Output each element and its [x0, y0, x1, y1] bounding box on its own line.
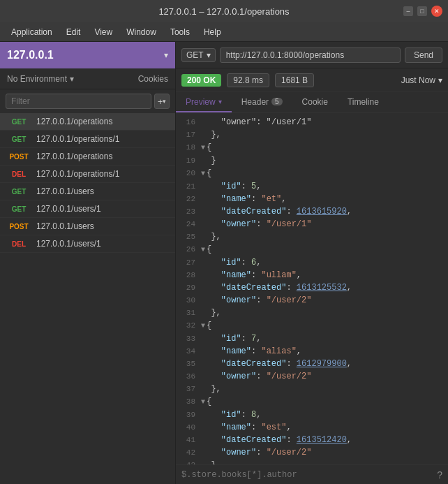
url-input[interactable] — [220, 47, 401, 63]
tab-header[interactable]: Header5 — [232, 92, 292, 112]
cookies-link[interactable]: Cookies — [138, 74, 168, 84]
menu-item-window[interactable]: Window — [121, 25, 162, 39]
collapse-arrow-icon[interactable]: ▼ — [201, 322, 205, 330]
maximize-button[interactable]: □ — [417, 6, 427, 16]
method-badge: DEL — [7, 240, 31, 249]
response-time: 92.8 ms — [227, 73, 269, 87]
line-content: "id": 8, — [201, 409, 448, 421]
line-number: 28 — [176, 269, 201, 281]
line-number: 37 — [176, 383, 201, 395]
line-content: ▼{ — [201, 395, 448, 409]
response-status-bar: 200 OK 92.8 ms 1681 B Just Now ▾ — [176, 68, 448, 92]
json-line: 40 "name": "est", — [176, 421, 448, 434]
timestamp-display[interactable]: Just Now ▾ — [401, 75, 442, 85]
sidebar-host-title: 127.0.0.1 — [7, 49, 160, 61]
json-line: 39 "id": 8, — [176, 409, 448, 421]
menu-item-tools[interactable]: Tools — [165, 25, 195, 39]
line-content: "owner": "/user/1" — [201, 218, 448, 230]
line-number: 22 — [176, 193, 201, 205]
request-item[interactable]: GET127.0.0.1/users/1 — [0, 200, 175, 218]
collapse-arrow-icon[interactable]: ▼ — [201, 398, 205, 406]
env-chevron-icon: ▾ — [70, 74, 74, 84]
line-content: "id": 5, — [201, 180, 448, 193]
json-line: 30 "owner": "/user/2" — [176, 294, 448, 307]
status-badge: 200 OK — [181, 74, 221, 87]
line-content: "id": 6, — [201, 256, 448, 269]
tab-cookie[interactable]: Cookie — [292, 92, 338, 112]
line-number: 31 — [176, 307, 201, 319]
json-line: 29 "dateCreated": 1613125532, — [176, 281, 448, 294]
sidebar-header[interactable]: 127.0.0.1 ▾ — [0, 42, 175, 68]
request-item[interactable]: GET127.0.0.1/operations — [0, 113, 175, 131]
timestamp-label: Just Now — [401, 75, 435, 85]
title-bar-controls: – □ ✕ — [403, 6, 442, 17]
menu-item-view[interactable]: View — [89, 25, 118, 39]
line-number: 42 — [176, 446, 201, 459]
line-number: 20 — [176, 167, 201, 179]
json-line: 35 "dateCreated": 1612979900, — [176, 358, 448, 370]
menu-bar: ApplicationEditViewWindowToolsHelp — [0, 22, 448, 42]
request-url: 127.0.0.1/users/1 — [36, 204, 101, 214]
json-line: 41 "dateCreated": 1613512420, — [176, 434, 448, 446]
request-item[interactable]: POST127.0.0.1/operations — [0, 148, 175, 166]
line-number: 27 — [176, 256, 201, 269]
json-line: 36 "owner": "/user/2" — [176, 370, 448, 383]
no-environment[interactable]: No Environment ▾ — [7, 74, 74, 84]
url-bar: GET ▾ Send — [176, 42, 448, 68]
line-content: "owner": "/user/2" — [201, 446, 448, 459]
minimize-button[interactable]: – — [403, 6, 413, 16]
request-url: 127.0.0.1/operations — [36, 117, 112, 126]
sidebar-chevron-icon: ▾ — [164, 50, 168, 60]
json-line: 16 "owner": "/user/1" — [176, 116, 448, 129]
line-number: 38 — [176, 395, 201, 408]
request-item[interactable]: GET127.0.0.1/users — [0, 183, 175, 200]
json-line: 22 "name": "et", — [176, 193, 448, 205]
collapse-arrow-icon[interactable]: ▼ — [201, 144, 205, 152]
request-url: 127.0.0.1/users/1 — [36, 239, 101, 249]
send-button[interactable]: Send — [405, 47, 442, 63]
request-url: 127.0.0.1/users — [36, 221, 94, 231]
method-badge: POST — [7, 152, 31, 161]
request-item[interactable]: POST127.0.0.1/users — [0, 218, 175, 235]
request-item[interactable]: DEL127.0.0.1/users/1 — [0, 235, 175, 253]
request-item[interactable]: GET127.0.0.1/operations/1 — [0, 131, 175, 148]
menu-item-edit[interactable]: Edit — [61, 25, 87, 39]
line-number: 36 — [176, 370, 201, 383]
help-icon[interactable]: ? — [437, 469, 442, 481]
tab-label: Cookie — [302, 97, 328, 107]
line-content: }, — [201, 129, 448, 141]
line-content: "name": "ullam", — [201, 269, 448, 281]
json-line: 37 }, — [176, 383, 448, 395]
json-line: 26▼{ — [176, 243, 448, 256]
sidebar-sub-header: No Environment ▾ Cookies — [0, 68, 175, 89]
plus-icon: + — [158, 96, 163, 107]
line-number: 33 — [176, 332, 201, 345]
line-content: "id": 7, — [201, 332, 448, 345]
json-line: 20▼{ — [176, 167, 448, 180]
menu-item-help[interactable]: Help — [198, 25, 227, 39]
jsonpath-input[interactable] — [181, 470, 437, 480]
line-number: 32 — [176, 319, 201, 332]
method-select[interactable]: GET ▾ — [181, 48, 216, 62]
tab-label: Header — [241, 97, 269, 107]
menu-item-application[interactable]: Application — [6, 25, 58, 39]
tab-preview[interactable]: Preview▾ — [176, 92, 232, 112]
tab-timeline[interactable]: Timeline — [338, 92, 389, 112]
json-line: 43 }, — [176, 459, 448, 464]
tab-chevron-icon: ▾ — [218, 98, 222, 105]
line-number: 35 — [176, 358, 201, 370]
filter-input[interactable] — [6, 94, 151, 109]
collapse-arrow-icon[interactable]: ▼ — [201, 170, 205, 177]
line-content: } — [201, 154, 448, 167]
add-request-button[interactable]: + ▾ — [154, 94, 170, 109]
request-item[interactable]: DEL127.0.0.1/operations/1 — [0, 166, 175, 183]
collapse-arrow-icon[interactable]: ▼ — [201, 246, 205, 254]
request-url: 127.0.0.1/operations/1 — [36, 169, 119, 179]
close-button[interactable]: ✕ — [431, 6, 442, 17]
method-badge: DEL — [7, 170, 31, 179]
line-number: 25 — [176, 230, 201, 243]
line-number: 39 — [176, 409, 201, 421]
json-line: 19 } — [176, 154, 448, 167]
line-number: 26 — [176, 243, 201, 256]
line-number: 16 — [176, 116, 201, 129]
